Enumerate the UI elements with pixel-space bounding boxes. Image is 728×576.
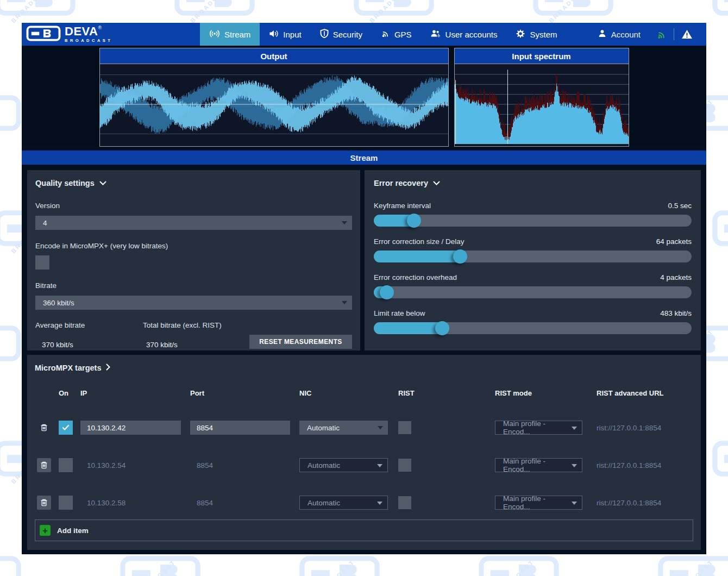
slider-thumb[interactable] xyxy=(407,214,421,228)
rist-checkbox[interactable] xyxy=(398,421,411,434)
keyframe-interval-value: 0.5 sec xyxy=(668,202,692,210)
dropdown-arrow-icon xyxy=(572,464,577,467)
deva-logo-mark xyxy=(26,26,61,43)
error-correction-size-slider[interactable] xyxy=(374,251,692,262)
account-button[interactable]: Account xyxy=(589,29,649,40)
error-correction-overhead-group: Error correction overhead 4 packets xyxy=(374,273,692,298)
bitrate-select[interactable]: 360 kbit/s xyxy=(35,296,352,310)
account-icon xyxy=(598,29,607,40)
tab-user-accounts[interactable]: User accounts xyxy=(421,23,507,46)
input-spectrum-canvas xyxy=(455,64,629,144)
dropdown-arrow-icon xyxy=(342,301,347,304)
keyframe-interval-slider[interactable] xyxy=(374,215,692,227)
tab-stream[interactable]: Stream xyxy=(200,23,260,46)
error-correction-size-value: 64 packets xyxy=(656,237,692,246)
nic-select: Automatic xyxy=(299,458,388,472)
micrompx-targets-panel: MicroMPX targets . On IP Port NIC RIST R… xyxy=(27,355,701,550)
quality-settings-panel: Quality settings Version 4 Encode in Mic… xyxy=(27,170,360,350)
on-checkbox[interactable] xyxy=(59,458,73,472)
antenna-icon xyxy=(381,29,390,40)
delete-row-button[interactable] xyxy=(37,458,51,472)
table-row: 10.130.2.54 8854 Automatic Main profile … xyxy=(35,458,693,472)
version-label: Version xyxy=(35,202,352,210)
limit-rate-below-value: 483 kbit/s xyxy=(660,309,692,317)
alert-icon[interactable] xyxy=(674,29,700,39)
slider-thumb[interactable] xyxy=(380,285,394,299)
keyframe-interval-group: Keyframe interval 0.5 sec xyxy=(374,202,692,227)
on-checkbox[interactable] xyxy=(59,496,73,510)
quality-settings-header[interactable]: Quality settings xyxy=(35,179,352,187)
encode-label: Encode in MicroMPX+ (very low bitrates) xyxy=(35,242,352,250)
delete-row-button[interactable] xyxy=(37,496,51,510)
chevron-right-icon xyxy=(106,364,111,372)
error-correction-size-group: Error correction size / Delay 64 packets xyxy=(374,237,692,262)
col-rist-url: RIST advanced URL xyxy=(597,389,693,397)
port-value-disabled: 8854 xyxy=(190,499,213,507)
targets-table-header: . On IP Port NIC RIST RIST mode RIST adv… xyxy=(35,389,693,397)
app-window: DEVA® BROADCAST Stream xyxy=(22,23,706,554)
micrompx-targets-header[interactable]: MicroMPX targets xyxy=(35,364,693,372)
rist-mode-select: Main profile - Encod... xyxy=(495,458,582,472)
connection-icon[interactable] xyxy=(649,29,674,40)
chevron-down-icon xyxy=(99,179,106,187)
limit-rate-below-group: Limit rate below 483 kbit/s xyxy=(374,309,692,334)
broadcast-icon xyxy=(209,29,220,40)
col-ip: IP xyxy=(80,389,190,397)
dropdown-arrow-icon xyxy=(572,427,577,430)
rist-mode-select: Main profile - Encod... xyxy=(495,496,582,510)
rist-advanced-url: rist://127.0.0.1:8854 xyxy=(597,424,693,432)
tab-security[interactable]: Security xyxy=(311,23,372,46)
rist-advanced-url: rist://127.0.0.1:8854 xyxy=(597,461,693,469)
shield-icon xyxy=(320,29,329,40)
rist-checkbox[interactable] xyxy=(398,496,411,509)
nav-tabs: Stream Input xyxy=(200,23,567,46)
keyframe-interval-label: Keyframe interval xyxy=(374,202,431,210)
error-correction-overhead-slider[interactable] xyxy=(374,286,692,298)
error-correction-overhead-value: 4 packets xyxy=(660,273,692,281)
average-bitrate-label: Average bitrate xyxy=(35,321,143,329)
version-select[interactable]: 4 xyxy=(35,216,352,230)
slider-thumb[interactable] xyxy=(453,249,467,264)
reset-measurements-button[interactable]: RESET MEASUREMENTS xyxy=(249,335,352,349)
chevron-down-icon xyxy=(433,179,440,187)
dropdown-arrow-icon xyxy=(377,502,382,505)
col-nic: NIC xyxy=(299,389,398,397)
output-waveform-canvas xyxy=(100,64,448,144)
nic-select[interactable]: Automatic xyxy=(299,421,388,435)
dropdown-arrow-icon xyxy=(572,502,577,505)
table-row: 10.130.2.58 8854 Automatic Main profile … xyxy=(35,496,693,510)
total-bitrate-value: 370 kbit/s xyxy=(143,341,249,349)
ip-value-disabled: 10.130.2.58 xyxy=(80,499,125,507)
col-rist: RIST xyxy=(398,389,495,397)
speaker-icon xyxy=(269,29,279,40)
rist-checkbox[interactable] xyxy=(398,459,411,472)
input-spectrum-scope: Input spectrum xyxy=(454,48,629,147)
tab-gps[interactable]: GPS xyxy=(372,23,421,46)
encode-checkbox[interactable] xyxy=(35,255,49,270)
on-checkbox[interactable] xyxy=(59,421,73,435)
error-recovery-header[interactable]: Error recovery xyxy=(374,179,692,187)
dropdown-arrow-icon xyxy=(342,221,347,224)
tab-system[interactable]: System xyxy=(506,23,566,46)
table-row: Automatic Main profile - Encod... rist:/… xyxy=(35,421,693,435)
total-bitrate-label: Total bitrate (excl. RIST) xyxy=(143,321,249,329)
top-nav: DEVA® BROADCAST Stream xyxy=(22,23,706,46)
limit-rate-below-label: Limit rate below xyxy=(374,309,425,317)
slider-thumb[interactable] xyxy=(435,321,449,335)
limit-rate-below-slider[interactable] xyxy=(374,322,692,334)
tab-input[interactable]: Input xyxy=(260,23,310,46)
settings-row: Quality settings Version 4 Encode in Mic… xyxy=(22,165,706,350)
page-title: Stream xyxy=(22,151,706,165)
error-recovery-panel: Error recovery Keyframe interval 0.5 sec xyxy=(365,170,701,350)
error-correction-overhead-label: Error correction overhead xyxy=(374,273,457,281)
delete-row-button[interactable] xyxy=(37,421,51,435)
dropdown-arrow-icon xyxy=(378,426,383,429)
ip-input[interactable] xyxy=(80,421,181,435)
port-value-disabled: 8854 xyxy=(190,461,213,469)
average-bitrate-value: 370 kbit/s xyxy=(35,341,143,349)
rist-advanced-url: rist://127.0.0.1:8854 xyxy=(597,499,693,507)
scopes-strip: Output Input spectrum xyxy=(22,46,706,147)
nic-select: Automatic xyxy=(299,496,388,510)
add-item-button[interactable]: + Add item xyxy=(35,519,693,541)
port-input[interactable] xyxy=(190,421,290,435)
